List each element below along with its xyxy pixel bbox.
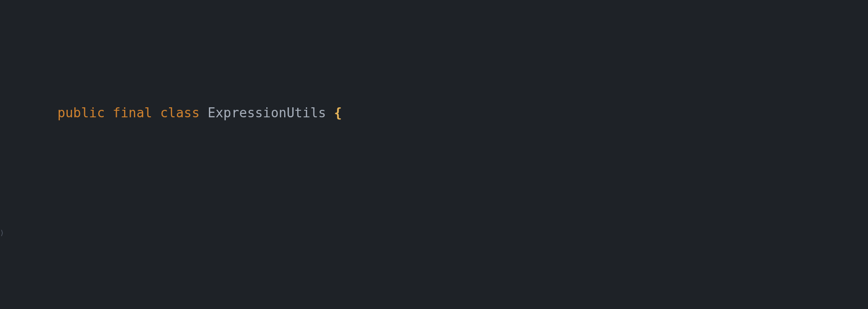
keyword-class: class bbox=[160, 105, 199, 120]
code-line-blank[interactable]: ⟩ bbox=[0, 221, 868, 245]
fold-marker-icon[interactable]: ⟩ bbox=[0, 228, 5, 239]
open-brace: { bbox=[334, 105, 342, 120]
code-editor[interactable]: public final class ExpressionUtils { ⟩ ⟩… bbox=[0, 0, 868, 309]
class-name: ExpressionUtils bbox=[207, 105, 326, 120]
code-line[interactable]: public final class ExpressionUtils { bbox=[0, 101, 868, 125]
keyword-public: public bbox=[57, 105, 105, 120]
keyword-final: final bbox=[113, 105, 152, 120]
